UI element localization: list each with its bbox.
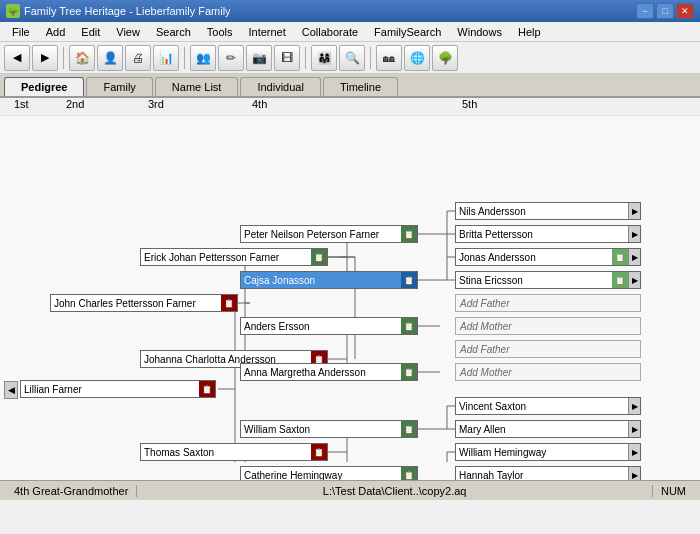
john-icon[interactable]: 📋: [221, 295, 237, 311]
thomas-name: Thomas Saxton: [141, 447, 311, 458]
person-william-saxton[interactable]: William Saxton 📋: [240, 420, 418, 438]
group-button[interactable]: 👨‍👩‍👧: [311, 45, 337, 71]
report-button[interactable]: 📊: [153, 45, 179, 71]
person-cajsa[interactable]: Cajsa Jonasson 📋: [240, 271, 418, 289]
nils-name: Nils Andersson: [456, 206, 628, 217]
search-button[interactable]: 🔍: [339, 45, 365, 71]
toolbar-separator-1: [63, 47, 64, 69]
britta-arrow[interactable]: ▶: [628, 226, 640, 242]
person-hannah-t[interactable]: Hannah Taylor ▶: [455, 466, 641, 480]
catherine-icon[interactable]: 📋: [401, 467, 417, 480]
tab-pedigree[interactable]: Pedigree: [4, 77, 84, 96]
edit-button[interactable]: ✏: [218, 45, 244, 71]
camera-button[interactable]: 📷: [246, 45, 272, 71]
toolbar-separator-3: [305, 47, 306, 69]
close-button[interactable]: ✕: [676, 3, 694, 19]
person-nils[interactable]: Nils Andersson ▶: [455, 202, 641, 220]
thomas-icon[interactable]: 📋: [311, 444, 327, 460]
stina-arrow[interactable]: ▶: [628, 272, 640, 288]
menu-view[interactable]: View: [108, 24, 148, 40]
minimize-button[interactable]: −: [636, 3, 654, 19]
add-mother-1[interactable]: Add Mother: [455, 317, 641, 335]
tab-individual[interactable]: Individual: [240, 77, 320, 96]
gen-4th: 4th: [252, 98, 267, 110]
vincent-arrow[interactable]: ▶: [628, 398, 640, 414]
pedigree-content: 1st 2nd 3rd 4th 5th: [0, 98, 700, 480]
title-bar: 🌳 Family Tree Heritage - Lieberfamily Fa…: [0, 0, 700, 22]
person-lillian[interactable]: Lillian Farner 📋: [20, 380, 216, 398]
tab-name-list[interactable]: Name List: [155, 77, 239, 96]
hannah-t-arrow[interactable]: ▶: [628, 467, 640, 480]
status-center: L:\Test Data\Client..\copy2.aq: [137, 485, 653, 497]
menu-internet[interactable]: Internet: [240, 24, 293, 40]
menu-file[interactable]: File: [4, 24, 38, 40]
mary-name: Mary Allen: [456, 424, 628, 435]
film-button[interactable]: 🎞: [274, 45, 300, 71]
erick-icon[interactable]: 📋: [311, 249, 327, 265]
william-h-arrow[interactable]: ▶: [628, 444, 640, 460]
person-mary[interactable]: Mary Allen ▶: [455, 420, 641, 438]
catherine-name: Catherine Hemingway: [241, 470, 401, 481]
tree-button[interactable]: 🌳: [432, 45, 458, 71]
home-button[interactable]: 🏠: [69, 45, 95, 71]
menu-bar: File Add Edit View Search Tools Internet…: [0, 22, 700, 42]
lillian-left-arrow[interactable]: ◀: [4, 381, 18, 399]
add-father-2[interactable]: Add Father: [455, 340, 641, 358]
menu-tools[interactable]: Tools: [199, 24, 241, 40]
person-stina[interactable]: Stina Ericsson 📋 ▶: [455, 271, 641, 289]
person-anna[interactable]: Anna Margretha Andersson 📋: [240, 363, 418, 381]
jonas-arrow[interactable]: ▶: [628, 249, 640, 265]
jonas-icon[interactable]: 📋: [612, 249, 628, 265]
tab-bar: Pedigree Family Name List Individual Tim…: [0, 74, 700, 98]
menu-edit[interactable]: Edit: [73, 24, 108, 40]
person-vincent[interactable]: Vincent Saxton ▶: [455, 397, 641, 415]
menu-familysearch[interactable]: FamilySearch: [366, 24, 449, 40]
tab-timeline[interactable]: Timeline: [323, 77, 398, 96]
anna-icon[interactable]: 📋: [401, 364, 417, 380]
status-bar: 4th Great-Grandmother L:\Test Data\Clien…: [0, 480, 700, 500]
menu-search[interactable]: Search: [148, 24, 199, 40]
tab-family[interactable]: Family: [86, 77, 152, 96]
menu-help[interactable]: Help: [510, 24, 549, 40]
anders-name: Anders Ersson: [241, 321, 401, 332]
people-button[interactable]: 👤: [97, 45, 123, 71]
peter-icon[interactable]: 📋: [401, 226, 417, 242]
person-anders[interactable]: Anders Ersson 📋: [240, 317, 418, 335]
person-britta[interactable]: Britta Pettersson ▶: [455, 225, 641, 243]
anders-icon[interactable]: 📋: [401, 318, 417, 334]
stina-name: Stina Ericsson: [456, 275, 612, 286]
person-catherine[interactable]: Catherine Hemingway 📋: [240, 466, 418, 480]
add-father-1[interactable]: Add Father: [455, 294, 641, 312]
william-saxton-icon[interactable]: 📋: [401, 421, 417, 437]
person-jonas[interactable]: Jonas Andersson 📋 ▶: [455, 248, 641, 266]
forward-button[interactable]: ▶: [32, 45, 58, 71]
lillian-icon[interactable]: 📋: [199, 381, 215, 397]
person-button[interactable]: 👥: [190, 45, 216, 71]
print-button[interactable]: 🖨: [125, 45, 151, 71]
nils-arrow[interactable]: ▶: [628, 203, 640, 219]
gen-5th: 5th: [462, 98, 477, 110]
person-thomas[interactable]: Thomas Saxton 📋: [140, 443, 328, 461]
menu-add[interactable]: Add: [38, 24, 74, 40]
britta-name: Britta Pettersson: [456, 229, 628, 240]
maximize-button[interactable]: □: [656, 3, 674, 19]
mary-arrow[interactable]: ▶: [628, 421, 640, 437]
jonas-name: Jonas Andersson: [456, 252, 612, 263]
person-erick[interactable]: Erick Johan Pettersson Farner 📋: [140, 248, 328, 266]
back-button[interactable]: ◀: [4, 45, 30, 71]
internet-button[interactable]: 🌐: [404, 45, 430, 71]
add-mother-2[interactable]: Add Mother: [455, 363, 641, 381]
cajsa-icon[interactable]: 📋: [401, 272, 417, 288]
erick-name: Erick Johan Pettersson Farner: [141, 252, 311, 263]
map-button[interactable]: 🏘: [376, 45, 402, 71]
person-william-h[interactable]: William Hemingway ▶: [455, 443, 641, 461]
menu-collaborate[interactable]: Collaborate: [294, 24, 366, 40]
person-john[interactable]: John Charles Pettersson Farner 📋: [50, 294, 238, 312]
anna-name: Anna Margretha Andersson: [241, 367, 401, 378]
toolbar-separator-2: [184, 47, 185, 69]
toolbar: ◀ ▶ 🏠 👤 🖨 📊 👥 ✏ 📷 🎞 👨‍👩‍👧 🔍 🏘 🌐 🌳: [0, 42, 700, 74]
menu-windows[interactable]: Windows: [449, 24, 510, 40]
stina-icon[interactable]: 📋: [612, 272, 628, 288]
toolbar-separator-4: [370, 47, 371, 69]
person-peter[interactable]: Peter Neilson Peterson Farner 📋: [240, 225, 418, 243]
